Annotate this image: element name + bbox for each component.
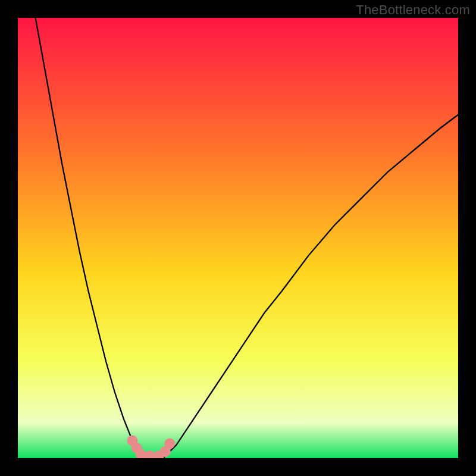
left-curve <box>36 18 146 458</box>
chart-frame: TheBottleneck.com <box>0 0 476 476</box>
curve-layer <box>18 18 458 458</box>
watermark-text: TheBottleneck.com <box>356 2 470 18</box>
highlight-markers <box>127 435 175 458</box>
plot-area <box>18 18 458 458</box>
right-curve <box>163 115 458 458</box>
highlight-marker <box>164 439 175 449</box>
